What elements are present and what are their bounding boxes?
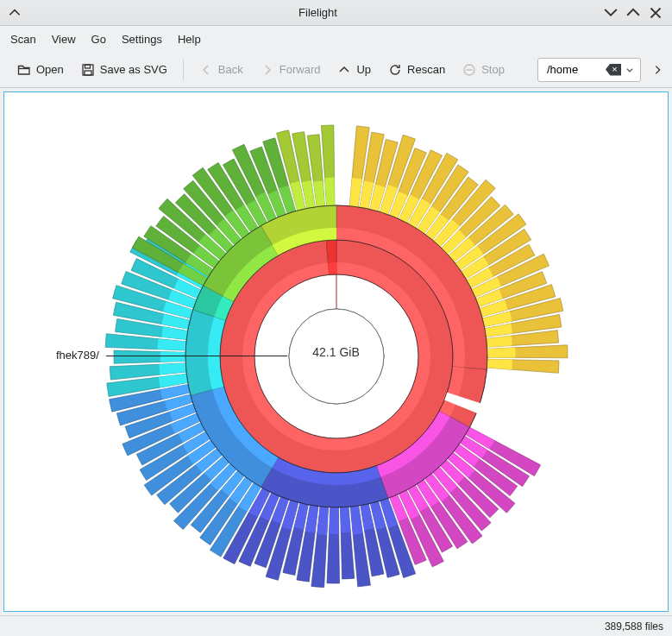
svg-rect-1 xyxy=(85,65,90,68)
up-button[interactable]: Up xyxy=(330,60,378,80)
menu-scan[interactable]: Scan xyxy=(10,33,36,46)
titlebar: Filelight xyxy=(0,0,672,26)
dir-label: fhek789/ xyxy=(56,349,99,362)
sunburst-viewport[interactable]: 42.1 GiB fhek789/ xyxy=(3,91,669,612)
open-button[interactable]: Open xyxy=(10,60,71,80)
save-svg-button[interactable]: Save as SVG xyxy=(74,60,174,80)
window-title: Filelight xyxy=(38,6,598,19)
clear-path-icon[interactable] xyxy=(606,64,621,76)
stop-label: Stop xyxy=(481,63,505,76)
open-label: Open xyxy=(36,63,64,76)
forward-button: Forward xyxy=(254,60,328,80)
dir-label-leader xyxy=(106,356,287,356)
toolbar-separator xyxy=(183,60,184,80)
save-svg-label: Save as SVG xyxy=(100,63,167,76)
rescan-button[interactable]: Rescan xyxy=(381,60,452,80)
path-input[interactable] xyxy=(545,62,606,77)
path-dropdown-icon[interactable] xyxy=(623,66,637,74)
back-label: Back xyxy=(218,63,243,76)
menu-settings[interactable]: Settings xyxy=(122,33,162,46)
center-size-label: 42.1 GiB xyxy=(312,345,359,359)
forward-label: Forward xyxy=(279,63,321,76)
menu-help[interactable]: Help xyxy=(178,33,201,46)
toolbar: Open Save as SVG Back Forward Up Rescan … xyxy=(0,52,672,88)
path-input-container[interactable] xyxy=(537,58,641,82)
statusbar: 389,588 files xyxy=(0,615,672,636)
menu-view[interactable]: View xyxy=(52,33,76,46)
titlebar-expand-icon[interactable] xyxy=(7,5,22,21)
back-button: Back xyxy=(192,60,250,80)
status-file-count: 389,588 files xyxy=(605,620,663,633)
menu-go[interactable]: Go xyxy=(91,33,106,46)
minimize-button[interactable] xyxy=(601,3,620,22)
svg-rect-2 xyxy=(85,71,91,75)
maximize-button[interactable] xyxy=(624,3,643,22)
menubar: Scan View Go Settings Help xyxy=(0,26,672,52)
rescan-label: Rescan xyxy=(407,63,445,76)
close-button[interactable] xyxy=(646,3,665,22)
toolbar-overflow-button[interactable] xyxy=(648,58,667,82)
up-label: Up xyxy=(356,63,371,76)
stop-button: Stop xyxy=(455,60,512,80)
